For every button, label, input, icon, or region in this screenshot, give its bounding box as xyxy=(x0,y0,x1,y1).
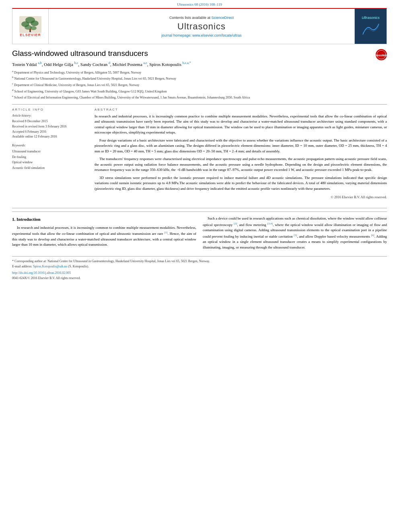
author-3: Sandy Cochran d xyxy=(80,62,110,67)
crossmark-icon: CrossMark xyxy=(376,49,387,60)
journal-cover-image: Ultrasonics xyxy=(354,9,387,44)
email-footnote: E-mail address: Spiros.Kotopoulis@uib.no… xyxy=(12,264,387,269)
abstract-para-4: 3D stress simulations were performed to … xyxy=(95,175,387,192)
accepted-date: Accepted 6 February 2016 xyxy=(12,129,86,135)
author-1: Tostein Yddal a,b xyxy=(12,62,42,67)
footnote-area: * Corresponding author at: National Cent… xyxy=(12,256,387,283)
body-columns: 1. Introduction In research and industri… xyxy=(12,216,387,252)
journal-ref-text: Ultrasonics 68 (2016) 108–119 xyxy=(177,2,222,6)
email-link[interactable]: Spiros.Kotopoulis@uib.no xyxy=(33,265,68,268)
affil-3: c Department of Clinical Medicine, Unive… xyxy=(12,82,387,88)
email-name: (S. Kotopoulis). xyxy=(68,265,89,268)
email-label: E-mail address: xyxy=(12,265,33,268)
abstract-para-2: Four design variations of a basic archit… xyxy=(95,138,387,154)
contents-label: Contents lists available at xyxy=(169,16,210,20)
abstract-text: In research and industrial processes, it… xyxy=(95,114,387,200)
intro-para-2: Such a device could be used in research … xyxy=(203,216,387,250)
copyright-line: © 2016 Elsevier B.V. All rights reserved… xyxy=(95,195,387,200)
author-5: Spiros Kotopoulis b,c,a,* xyxy=(149,62,191,67)
article-info-column: ARTICLE INFO Article history: Received 8… xyxy=(12,108,86,200)
ref-6[interactable]: [6] xyxy=(371,234,374,237)
keywords-label: Keywords: xyxy=(12,144,86,147)
revised-date: Received in revised form 3 February 2016 xyxy=(12,124,86,129)
sciencedirect-link[interactable]: ScienceDirect xyxy=(212,16,234,20)
elsevier-logo: ELSEVIER xyxy=(19,16,41,37)
journal-homepage: journal homepage: www.elsevier.com/locat… xyxy=(161,33,242,37)
abstract-column: ABSTRACT In research and industrial proc… xyxy=(95,108,387,200)
body-divider xyxy=(12,208,387,208)
keyword-3: Optical window xyxy=(12,160,86,165)
affil-1: a Department of Physics and Technology, … xyxy=(12,69,387,75)
intro-para-1: In research and industrial processes, it… xyxy=(12,225,196,248)
ref-1[interactable]: [1] xyxy=(164,231,167,234)
body-divider-wrapper xyxy=(12,208,387,208)
corresponding-footnote: * Corresponding author at: National Cent… xyxy=(12,259,387,263)
available-date: Available online 12 February 2016 xyxy=(12,134,86,140)
abstract-para-1: In research and industrial processes, it… xyxy=(95,114,387,136)
keyword-1: Ultrasound transducer xyxy=(12,149,86,154)
issn-line: 0041-624X/© 2016 Elsevier B.V. All right… xyxy=(12,276,387,280)
publisher-logo-area: ELSEVIER xyxy=(12,9,49,44)
crossmark-float: CrossMark xyxy=(376,49,387,60)
article-divider xyxy=(12,104,387,105)
svg-point-7 xyxy=(29,31,31,32)
journal-ref-bar: Ultrasonics 68 (2016) 108–119 xyxy=(0,0,399,8)
doi-link[interactable]: http://dx.doi.org/10.1016/j.ultras.2016.… xyxy=(12,271,71,275)
received-date: Received 8 December 2015 xyxy=(12,119,86,124)
affil-5: e School of Electrical and Information E… xyxy=(12,94,387,100)
article-info-heading: ARTICLE INFO xyxy=(12,108,86,111)
article-dates: Received 8 December 2015 Received in rev… xyxy=(12,119,86,140)
journal-info-center: Contents lists available at ScienceDirec… xyxy=(49,9,354,44)
ref-2[interactable]: [2] xyxy=(234,222,237,225)
elsevier-tree-icon xyxy=(19,16,41,33)
keyword-4: Acoustic field simulation xyxy=(12,165,86,171)
info-abstract-columns: ARTICLE INFO Article history: Received 8… xyxy=(12,108,387,200)
section-1-title: 1. Introduction xyxy=(12,216,196,223)
article-body: 1. Introduction In research and industri… xyxy=(12,212,387,256)
ref-5[interactable]: [5] xyxy=(294,234,297,237)
svg-point-5 xyxy=(30,26,37,30)
abstract-para-3: The transducers' frequency responses wer… xyxy=(95,156,387,173)
article-content: CrossMark Glass-windowed ultrasound tran… xyxy=(12,44,387,205)
journal-badge: Ultrasonics xyxy=(359,14,383,39)
body-left-col: 1. Introduction In research and industri… xyxy=(12,216,196,252)
journal-title: Ultrasonics xyxy=(177,21,226,32)
abstract-heading: ABSTRACT xyxy=(95,108,387,111)
sciencedirect-line: Contents lists available at ScienceDirec… xyxy=(169,16,234,20)
article-title: Glass-windowed ultrasound transducers xyxy=(12,49,387,58)
authors-line: Tostein Yddal a,b, Odd Helge Gilja b,c, … xyxy=(12,61,387,67)
page-wrapper: Ultrasonics 68 (2016) 108–119 ELS xyxy=(0,0,399,532)
affil-2: b National Centre for Ultrasound in Gast… xyxy=(12,75,387,81)
elsevier-label: ELSEVIER xyxy=(20,33,41,37)
affil-4: d School of Engineering, University of G… xyxy=(12,88,387,94)
svg-point-3 xyxy=(31,21,39,26)
body-right-col: Such a device could be used in research … xyxy=(203,216,387,252)
journal-header: ELSEVIER Contents lists available at Sci… xyxy=(12,8,387,44)
ref-3-4[interactable]: [3,4] xyxy=(267,222,273,225)
history-label: Article history: xyxy=(12,114,86,117)
keyword-2: De-fouling xyxy=(12,154,86,160)
author-2: Odd Helge Gilja b,c xyxy=(44,62,78,67)
affiliations: a Department of Physics and Technology, … xyxy=(12,69,387,100)
keywords-list: Ultrasound transducer De-fouling Optical… xyxy=(12,149,86,170)
svg-text:CrossMark: CrossMark xyxy=(376,54,387,57)
author-4: Michiel Postema a,e xyxy=(113,62,147,67)
doi-line: http://dx.doi.org/10.1016/j.ultras.2016.… xyxy=(12,271,387,275)
